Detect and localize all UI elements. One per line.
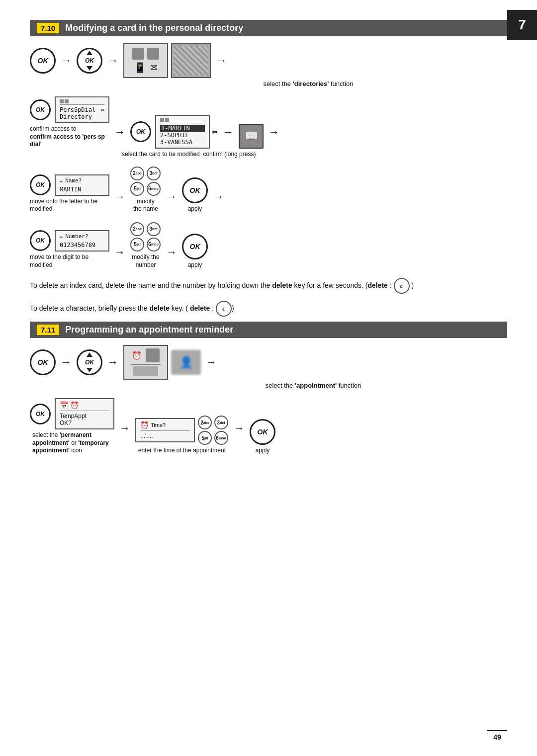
screen-martin-line3: 3-VANESSA	[160, 139, 205, 146]
screen-appt-type: 📅 ⏰ TempAppt OK?	[55, 398, 114, 429]
para2-text2: key. (	[170, 304, 190, 312]
step-martin-list: OK 1-MARTIN 2-SOPHIE 3-VANESSA ⇔	[130, 115, 218, 149]
clock-small-icon: ⏰	[132, 351, 142, 360]
title-icon-4	[165, 118, 169, 122]
para2-bold1: delete	[149, 304, 169, 312]
ok-button-10[interactable]: OK	[250, 419, 275, 445]
arrow-2: →	[107, 54, 118, 67]
section-711-row1-group: OK → OK → ⏰ 👤 → select the 'appointment'…	[30, 345, 507, 389]
number-label: Number?	[65, 233, 88, 240]
key-3def-3[interactable]: 3def	[214, 416, 228, 429]
row2-right-caption: select the card to be modified confirm (…	[122, 151, 507, 158]
ok-button-5[interactable]: OK	[182, 177, 208, 203]
screen-persspdial-arrow: ⇔	[101, 106, 104, 113]
row4-mid-cap2: number	[136, 261, 156, 268]
nav-button-2[interactable]: OK	[77, 349, 102, 375]
time-label: Time?	[151, 422, 166, 428]
key-6mno-2[interactable]: 6mno	[147, 238, 161, 252]
time-value: ...'....	[140, 432, 190, 439]
row4-right-cap: apply	[188, 261, 202, 268]
section-710-row2-group: OK PersSpDial ⇔ Directory	[30, 96, 507, 158]
screen-appt-line1: TempAppt	[60, 413, 109, 420]
ok-button-2[interactable]: OK	[30, 99, 51, 120]
key-3def-2[interactable]: 3def	[147, 222, 161, 236]
step-keypad-number: 2abc 3def 5jkl 6mno modify the number	[130, 222, 161, 269]
section-711-num: 7.11	[37, 325, 59, 335]
dir-icon-phone	[132, 48, 144, 60]
phone-icon: 📱	[134, 62, 146, 74]
step-persspdial: OK PersSpDial ⇔ Directory	[30, 96, 109, 149]
screen-persspdial-line2: Directory	[60, 113, 104, 120]
step-nav-appt: OK	[77, 349, 102, 375]
screen-appt-line2: OK?	[60, 420, 109, 426]
key-2abc[interactable]: 2abc	[130, 167, 144, 180]
screen-martin-arrow: ⇔	[212, 128, 218, 136]
key-5jkl-2[interactable]: 5jkl	[130, 238, 144, 252]
delete-key-2: c	[216, 301, 232, 317]
arrow-11: →	[166, 246, 177, 259]
arrow-10: →	[114, 246, 125, 259]
row1-caption: select the 'directories' function	[109, 80, 507, 87]
para1-text1: To delete an index card, delete the name…	[30, 281, 272, 289]
step-nav-1: OK	[77, 48, 102, 74]
ok-button-9[interactable]: OK	[30, 404, 51, 424]
ok-button-7[interactable]: OK	[182, 234, 208, 259]
step-ok-1: OK	[30, 48, 56, 74]
title-icon-1	[60, 99, 64, 103]
name-edit-icon: ✏️	[60, 177, 63, 184]
para1-text2: key for a few seconds. (	[292, 281, 368, 289]
row2-left-caption: confirm access to 'pers sp dial'	[30, 133, 105, 148]
arrow-5: →	[223, 126, 234, 139]
screen-persspdial: PersSpDial ⇔ Directory	[55, 96, 109, 123]
section-710-row1-group: OK → OK → 📱 ✉ → select	[30, 43, 507, 87]
nav-button-1[interactable]: OK	[77, 48, 102, 74]
key-3def[interactable]: 3def	[147, 167, 161, 180]
para1: To delete an index card, delete the name…	[30, 278, 507, 294]
section-710-header: 7.10 Modifying a card in the personal di…	[30, 20, 507, 36]
ok-button-1[interactable]: OK	[30, 48, 56, 74]
key-6mno[interactable]: 6mno	[147, 182, 161, 196]
dir-icon-book	[147, 48, 159, 60]
perm-appt-icon: 📅	[60, 401, 68, 409]
ok-button-8[interactable]: OK	[30, 349, 56, 375]
appt-func-divider	[131, 364, 161, 365]
temp-appt-icon: ⏰	[70, 401, 79, 409]
number-value: 0123456789	[60, 242, 104, 249]
appt-func-bar	[133, 366, 158, 376]
arrow-9: →	[213, 190, 224, 203]
para1-bold1: delete	[272, 281, 292, 289]
title-icon-2	[65, 99, 69, 103]
screen-name: ✏️ Name? MARTIN	[55, 174, 109, 196]
ok-button-6[interactable]: OK	[30, 230, 51, 251]
arrow-12: →	[61, 356, 72, 369]
number-edit-icon: ✏️	[60, 233, 63, 240]
para1-bold2: delete	[367, 281, 387, 289]
key-2abc-2[interactable]: 2abc	[130, 222, 144, 236]
appt-func-icon2	[146, 348, 160, 362]
ok-button-3[interactable]: OK	[130, 121, 151, 142]
appt-person-image: 👤	[171, 350, 201, 375]
screen-time: ⏰ Time? ...'....	[135, 418, 195, 442]
key-5jkl-3[interactable]: 5jkl	[198, 431, 212, 445]
step-ok-apply-number: OK apply	[182, 234, 208, 269]
section-710-row3-group: OK ✏️ Name? MARTIN move onto the letter …	[30, 167, 507, 213]
key-6mno-3[interactable]: 6mno	[214, 431, 228, 445]
time-clock-icon: ⏰	[140, 421, 149, 429]
para1-text3: : c )	[388, 281, 414, 289]
dir-photo-image	[171, 43, 211, 78]
step-name-screen: OK ✏️ Name? MARTIN move onto the letter …	[30, 174, 109, 213]
key-5jkl[interactable]: 5jkl	[130, 182, 144, 196]
key-2abc-3[interactable]: 2abc	[198, 416, 212, 429]
name-label: Name?	[65, 177, 82, 184]
para2-text1: To delete a character, briefly press the	[30, 304, 149, 312]
arrow-13: →	[107, 356, 118, 369]
arrow-15: →	[119, 422, 130, 435]
section-711-row2-group: OK 📅 ⏰ TempAppt OK? select the 'permanen…	[30, 398, 507, 455]
row4-mid-cap1: modify the	[132, 253, 159, 260]
arrow-6: →	[268, 126, 279, 139]
ok-button-4[interactable]: OK	[30, 174, 51, 195]
arrow-4: →	[114, 126, 125, 139]
row3-mid-cap1: modify	[137, 198, 154, 205]
section-710-title: Modifying a card in the personal directo…	[65, 23, 243, 33]
screen-persspdial-line1: PersSpDial	[60, 106, 95, 113]
